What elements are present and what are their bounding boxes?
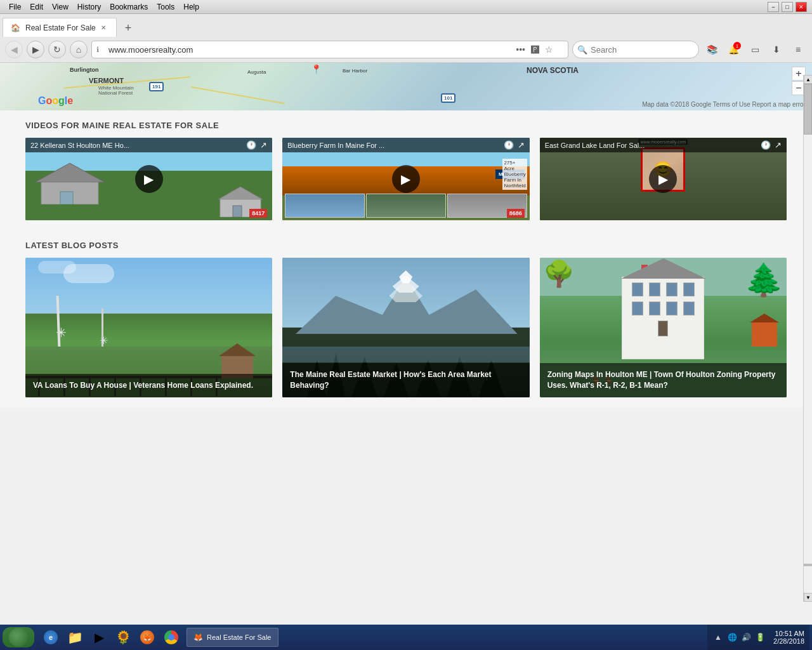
- maximize-button[interactable]: □: [782, 2, 793, 12]
- menu-tools[interactable]: Tools: [153, 2, 178, 12]
- back-icon: ◀: [11, 44, 18, 55]
- start-button[interactable]: [3, 627, 34, 647]
- sidebar-icon[interactable]: ▭: [746, 41, 764, 58]
- window-8: [683, 302, 695, 315]
- window-controls: − □ ✕: [768, 2, 807, 12]
- video-2-number: 8686: [507, 209, 525, 218]
- refresh-icon: ↻: [53, 44, 61, 55]
- video-1-play-button[interactable]: ▶: [135, 165, 163, 193]
- video-2-title: Blueberry Farm In Maine For ...: [287, 142, 384, 149]
- tree-right: 🌲: [744, 264, 783, 296]
- svg-marker-0: [35, 163, 105, 182]
- search-icon: 🔍: [577, 45, 587, 55]
- svg-marker-6: [219, 343, 256, 356]
- share-icon-3: ↗: [775, 140, 782, 150]
- close-button[interactable]: ✕: [796, 2, 807, 12]
- back-button[interactable]: ◀: [5, 41, 23, 58]
- blog-card-1[interactable]: ✳ ✳: [25, 258, 272, 397]
- video-3-play-button[interactable]: ▶: [649, 165, 677, 193]
- svg-marker-18: [621, 258, 706, 279]
- menu-edit[interactable]: Edit: [26, 2, 47, 12]
- content-area: VIDEOS FOR MAINE REAL ESTATE FOR SALE: [0, 110, 812, 408]
- video-2-play-button[interactable]: ▶: [392, 165, 420, 193]
- menu-view[interactable]: View: [48, 2, 72, 12]
- clock-time: 10:51 AM: [773, 630, 804, 637]
- menu-bookmarks[interactable]: Bookmarks: [106, 2, 152, 12]
- pocket-icon[interactable]: 🅿: [531, 45, 539, 55]
- menu-file[interactable]: File: [5, 2, 25, 12]
- url-more-icon[interactable]: •••: [516, 44, 525, 55]
- blog-card-3[interactable]: 🌲 🌳: [540, 258, 787, 397]
- tree-left: 🌳: [543, 261, 575, 286]
- main-building: [622, 277, 704, 359]
- active-tab[interactable]: 🏠 Real Estate For Sale ✕: [3, 18, 117, 37]
- map-highway-marker-2: 101: [441, 93, 455, 103]
- videos-grid: 8417 22 Kelleran St Houlton ME Ho... 🕐 ↗…: [25, 138, 787, 220]
- windows-row-2: [622, 302, 704, 315]
- scrollbar-arrow-down[interactable]: ▼: [804, 593, 812, 602]
- window-7: [666, 302, 678, 315]
- video-card-1[interactable]: 8417 22 Kelleran St Houlton ME Ho... 🕐 ↗…: [25, 138, 272, 220]
- sunflower-icon: 🌻: [115, 630, 131, 645]
- svg-marker-10: [390, 280, 423, 302]
- shed: [752, 321, 777, 347]
- refresh-button[interactable]: ↻: [48, 41, 66, 58]
- window-3: [666, 282, 678, 296]
- tab-close-button[interactable]: ✕: [101, 24, 106, 31]
- blog-1-title: VA Loans To Buy A House | Veterans Home …: [33, 381, 253, 390]
- video-3-titlebar: East Grand Lake Land For Sal... 🕐 ↗: [540, 138, 787, 152]
- blog-card-2[interactable]: The Maine Real Estate Market | How's Eac…: [282, 258, 529, 397]
- menu-help[interactable]: Help: [180, 2, 203, 12]
- forward-button[interactable]: ▶: [27, 41, 44, 58]
- taskbar-media-icon[interactable]: ▶: [88, 627, 110, 647]
- scrollbar-drag[interactable]: [804, 564, 812, 566]
- notification-badge: 1: [733, 42, 741, 50]
- menu-history[interactable]: History: [74, 2, 105, 12]
- downloads-icon[interactable]: ⬇: [768, 41, 785, 58]
- search-bar-container: 🔍: [572, 41, 699, 58]
- map-section: Burlington VERMONT White Mountain Nation…: [0, 63, 812, 110]
- scrollbar-thumb[interactable]: [804, 84, 812, 135]
- taskbar-active-task[interactable]: 🦊 Real Estate For Sale: [187, 628, 278, 647]
- scrollbar-arrow-up[interactable]: ▲: [804, 75, 812, 84]
- chrome-center: [168, 634, 174, 640]
- firefox-icon: 🦊: [140, 630, 154, 644]
- notifications-icon[interactable]: 🔔 1: [724, 41, 742, 58]
- taskbar-folder-icon[interactable]: 📁: [63, 627, 86, 647]
- farmhouse-roof: [219, 343, 256, 356]
- blog-2-title-overlay: The Maine Real Estate Market | How's Eac…: [282, 363, 529, 397]
- taskbar-chrome-icon[interactable]: [160, 627, 183, 647]
- videos-section-title: VIDEOS FOR MAINE REAL ESTATE FOR SALE: [25, 121, 787, 130]
- taskbar-clock[interactable]: 10:51 AM 2/28/2018: [768, 630, 804, 645]
- blog-2-title: The Maine Real Estate Market | How's Eac…: [290, 370, 491, 390]
- taskbar-ie-icon[interactable]: e: [39, 627, 62, 647]
- search-input[interactable]: [572, 41, 699, 58]
- start-orb-icon: [9, 628, 28, 647]
- door: [658, 321, 668, 336]
- page-wrapper: File Edit View History Bookmarks Tools H…: [0, 0, 812, 625]
- chrome-icon: [164, 630, 178, 644]
- tray-battery-icon[interactable]: 🔋: [754, 632, 766, 643]
- blog-section-title: LATEST BLOG POSTS: [25, 241, 787, 250]
- new-tab-button[interactable]: +: [119, 19, 137, 37]
- video-card-3[interactable]: www.mooersrealty.com 😊 East Grand Lake L…: [540, 138, 787, 220]
- taskbar-firefox-icon[interactable]: 🦊: [136, 627, 159, 647]
- bookmark-star-icon[interactable]: ☆: [545, 44, 553, 55]
- url-input[interactable]: [91, 41, 568, 58]
- tray-arrow-icon[interactable]: ▲: [712, 632, 724, 643]
- os-titlebar: File Edit View History Bookmarks Tools H…: [0, 0, 812, 14]
- taskbar-sunflower-icon[interactable]: 🌻: [112, 627, 134, 647]
- home-button[interactable]: ⌂: [70, 41, 88, 58]
- clock-icon: 🕐: [246, 140, 256, 150]
- tray-volume-icon[interactable]: 🔊: [740, 632, 752, 643]
- share-icon-2: ↗: [518, 140, 525, 150]
- minimize-button[interactable]: −: [768, 2, 779, 12]
- video-card-2[interactable]: MOOERS 8686 275+AcreBlueberryFarm InNort…: [282, 138, 529, 220]
- svg-marker-19: [750, 314, 779, 322]
- library-icon[interactable]: 📚: [703, 41, 721, 58]
- window-6: [649, 302, 660, 315]
- map-nova-scotia-label: NOVA SCOTIA: [527, 66, 579, 75]
- tab-label: Real Estate For Sale: [25, 23, 96, 32]
- menu-icon[interactable]: ≡: [789, 41, 807, 58]
- tray-network-icon[interactable]: 🌐: [726, 632, 738, 643]
